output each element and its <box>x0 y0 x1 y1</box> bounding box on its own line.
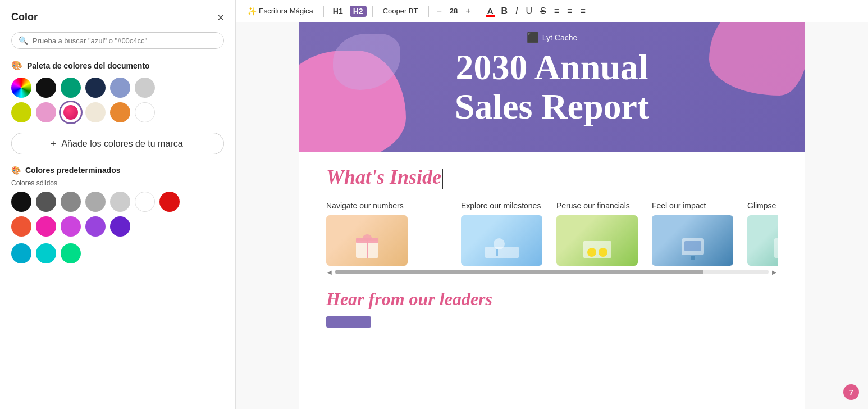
panel-title: Color <box>11 11 38 23</box>
editor-area[interactable]: ⬛ Lyt Cache 2030 Annual Sales Report Wha… <box>236 22 868 409</box>
scrollbar-track[interactable] <box>335 270 769 274</box>
color-swatch-light-gray[interactable] <box>135 78 155 98</box>
leaders-heading: Hear from our leaders <box>326 289 778 310</box>
h1-button[interactable]: H1 <box>330 6 346 17</box>
card-illustration-2 <box>479 230 524 263</box>
logo-icon: ⬛ <box>527 31 539 44</box>
solid-swatch-violet[interactable] <box>85 216 106 237</box>
font-size-decrease-button[interactable]: − <box>435 5 444 17</box>
svg-point-3 <box>363 234 372 241</box>
leaders-bar-decoration <box>326 316 371 328</box>
color-search-input[interactable] <box>33 37 217 45</box>
card-illustration-3 <box>575 230 620 263</box>
banner-blob2 <box>709 22 805 96</box>
card-image <box>652 215 733 266</box>
scrollbar-thumb[interactable] <box>335 270 703 274</box>
doc-palette-label: 🎨 Paleta de colores del documento <box>11 60 224 71</box>
solid-swatch-orangered[interactable] <box>11 216 31 237</box>
card-label: Glimpse our plans <box>747 201 778 211</box>
solid-colors-label: Colores sólidos <box>11 179 224 187</box>
color-search-bar[interactable]: 🔍 <box>11 32 224 49</box>
editor-content: ⬛ Lyt Cache 2030 Annual Sales Report Wha… <box>299 22 805 409</box>
font-size-value: 28 <box>447 7 460 15</box>
solid-swatch-cyan[interactable] <box>36 243 56 263</box>
color-swatch-teal[interactable] <box>61 78 81 98</box>
solid-swatch-darkgray[interactable] <box>36 192 56 212</box>
list-button[interactable]: ≡ <box>565 5 574 17</box>
solid-swatch-red[interactable] <box>159 192 180 212</box>
solid-swatch-mint[interactable] <box>61 243 81 263</box>
card-illustration-1 <box>345 230 390 263</box>
color-swatch-light-pink[interactable] <box>36 102 56 122</box>
banner-logo: ⬛ Lyt Cache <box>527 31 578 44</box>
line-height-button[interactable]: ≡ <box>578 5 587 17</box>
editor-panel: ✨ Escritura Mágica H1 H2 Cooper BT − 28 … <box>236 0 868 409</box>
solid-swatch-medgray[interactable] <box>61 192 81 212</box>
text-color-icon: A <box>487 6 494 16</box>
italic-button[interactable]: I <box>513 5 520 17</box>
font-size-increase-button[interactable]: + <box>463 5 473 17</box>
solid-swatch-lightgray[interactable] <box>110 192 130 212</box>
color-swatch-dark-navy[interactable] <box>85 78 106 98</box>
toolbar-divider-1 <box>323 6 324 17</box>
svg-rect-13 <box>774 238 778 258</box>
color-swatch-periwinkle[interactable] <box>110 78 130 98</box>
text-color-button[interactable]: A <box>485 5 496 17</box>
scroll-bar-area: ◀ ▶ <box>326 269 778 275</box>
card-illustration-5 <box>766 230 778 263</box>
solid-swatch-lightgray2[interactable] <box>85 192 106 212</box>
scroll-right-arrow[interactable]: ▶ <box>772 269 776 275</box>
solid-swatch-magenta[interactable] <box>36 216 56 237</box>
solid-color-grid <box>11 192 224 237</box>
card-image <box>326 215 408 266</box>
color-swatch-yellow-green[interactable] <box>11 102 31 122</box>
bold-button[interactable]: B <box>499 5 510 17</box>
color-swatch-black[interactable] <box>36 78 56 98</box>
close-button[interactable]: × <box>217 12 224 23</box>
font-selector[interactable]: Cooper BT <box>378 6 423 16</box>
text-color-indicator <box>486 15 495 17</box>
color-swatch-cream[interactable] <box>85 102 106 122</box>
strikethrough-button[interactable]: S <box>538 5 549 17</box>
logo-text: Lyt Cache <box>542 33 578 42</box>
list-item: Navigate our numbers <box>326 201 416 266</box>
add-brand-colors-button[interactable]: ＋ Añade los colores de tu marca <box>11 133 224 154</box>
solid-swatch-black[interactable] <box>11 192 31 212</box>
defaults-label: 🎨 Colores predeterminados <box>11 166 224 175</box>
toolbar-divider-4 <box>479 6 479 17</box>
underline-button[interactable]: U <box>524 5 535 17</box>
svg-point-12 <box>691 256 695 260</box>
scroll-left-arrow[interactable]: ◀ <box>327 269 332 275</box>
svg-rect-6 <box>496 249 498 256</box>
cards-scroll-container: Navigate our numbers <box>326 201 778 275</box>
card-illustration-4 <box>670 230 715 263</box>
align-button[interactable]: ≡ <box>552 5 561 17</box>
banner: ⬛ Lyt Cache 2030 Annual Sales Report <box>299 22 805 152</box>
color-swatch-white[interactable] <box>135 102 155 122</box>
card-label: Feel our impact <box>652 201 742 211</box>
color-panel: Color × 🔍 🎨 Paleta de colores del docume… <box>0 0 236 409</box>
palette-icon: 🎨 <box>11 60 22 71</box>
formatting-toolbar: ✨ Escritura Mágica H1 H2 Cooper BT − 28 … <box>236 0 868 22</box>
whats-inside-heading: What's Inside <box>326 165 778 189</box>
notification-badge[interactable]: 7 <box>843 384 859 400</box>
wand-icon: ✨ <box>247 7 257 16</box>
solid-swatch-purple[interactable] <box>61 216 81 237</box>
magic-writing-button[interactable]: ✨ Escritura Mágica <box>243 4 318 18</box>
h2-button[interactable]: H2 <box>350 6 367 17</box>
svg-point-5 <box>494 238 505 249</box>
toolbar-divider-2 <box>372 6 373 17</box>
solid-swatch-white[interactable] <box>135 192 155 212</box>
color-wheel-swatch[interactable] <box>11 78 31 98</box>
color-swatch-hot-pink[interactable] <box>61 102 81 122</box>
list-item: Feel our impact <box>652 201 742 266</box>
solid-swatch-deepviolet[interactable] <box>110 216 130 237</box>
card-image <box>461 215 542 266</box>
card-image <box>556 215 638 266</box>
color-swatch-orange[interactable] <box>110 102 130 122</box>
banner-title: 2030 Annual Sales Report <box>455 48 650 127</box>
card-label: Peruse our financials <box>556 201 646 211</box>
card-image <box>747 215 778 266</box>
svg-point-8 <box>587 248 596 257</box>
solid-swatch-tealblue[interactable] <box>11 243 31 263</box>
